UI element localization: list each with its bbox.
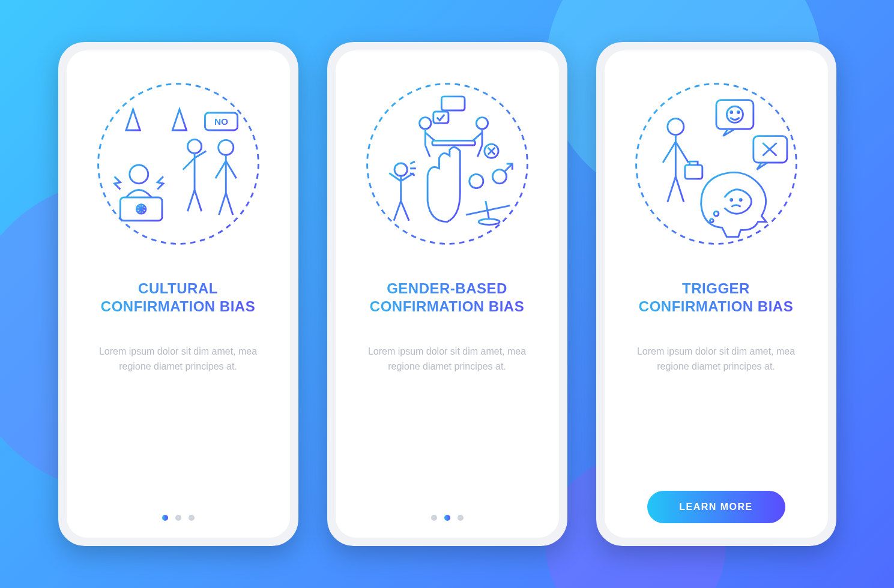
illustration-gender-bias: [360, 77, 534, 251]
svg-point-31: [730, 112, 732, 113]
svg-point-35: [740, 199, 741, 200]
svg-point-32: [737, 112, 739, 113]
svg-rect-10: [441, 97, 465, 110]
svg-point-5: [218, 140, 233, 155]
svg-point-23: [492, 170, 506, 184]
svg-point-19: [394, 163, 407, 176]
card-title: TRIGGER CONFIRMATION BIAS: [621, 280, 811, 316]
svg-point-14: [476, 118, 488, 129]
card-title: CULTURAL CONFIRMATION BIAS: [83, 280, 273, 316]
svg-point-34: [730, 199, 732, 200]
svg-point-37: [710, 219, 713, 223]
pager-dot[interactable]: [458, 515, 464, 521]
phone-screen: NO: [67, 50, 290, 538]
svg-point-27: [667, 119, 683, 135]
svg-rect-28: [684, 165, 702, 179]
svg-point-6: [129, 165, 148, 184]
svg-line-24: [504, 164, 512, 172]
pager-dot[interactable]: [431, 515, 437, 521]
svg-point-20: [469, 174, 483, 188]
phone-frame: TRIGGER CONFIRMATION BIAS Lorem ipsum do…: [596, 42, 836, 546]
svg-rect-29: [716, 100, 754, 129]
card-description: Lorem ipsum dolor sit dim amet, mea regi…: [352, 344, 542, 374]
pager-dot[interactable]: [189, 515, 195, 521]
illustration-cultural-bias: NO: [91, 77, 265, 251]
pager-dot[interactable]: [162, 515, 168, 521]
no-badge-text: NO: [214, 116, 228, 127]
svg-point-9: [367, 84, 527, 244]
svg-point-13: [419, 118, 430, 129]
phone-screen: TRIGGER CONFIRMATION BIAS Lorem ipsum do…: [605, 50, 828, 538]
svg-point-25: [479, 219, 500, 225]
illustration-trigger-bias: [629, 77, 803, 251]
pager-dot[interactable]: [444, 515, 450, 521]
pagination-dots[interactable]: [431, 515, 464, 521]
pager-dot[interactable]: [175, 515, 181, 521]
phone-screen: GENDER-BASED CONFIRMATION BIAS Lorem ips…: [336, 50, 559, 538]
phone-frame: GENDER-BASED CONFIRMATION BIAS Lorem ips…: [327, 42, 567, 546]
svg-point-36: [714, 211, 719, 216]
card-description: Lorem ipsum dolor sit dim amet, mea regi…: [621, 344, 811, 374]
svg-rect-15: [432, 140, 475, 145]
card-description: Lorem ipsum dolor sit dim amet, mea regi…: [83, 344, 273, 374]
phone-row: NO: [58, 42, 836, 546]
svg-rect-17: [433, 112, 448, 123]
pagination-dots[interactable]: [162, 515, 195, 521]
learn-more-button[interactable]: LEARN MORE: [647, 491, 785, 523]
svg-point-4: [187, 139, 201, 153]
phone-frame: NO: [58, 42, 298, 546]
card-title: GENDER-BASED CONFIRMATION BIAS: [352, 280, 542, 316]
